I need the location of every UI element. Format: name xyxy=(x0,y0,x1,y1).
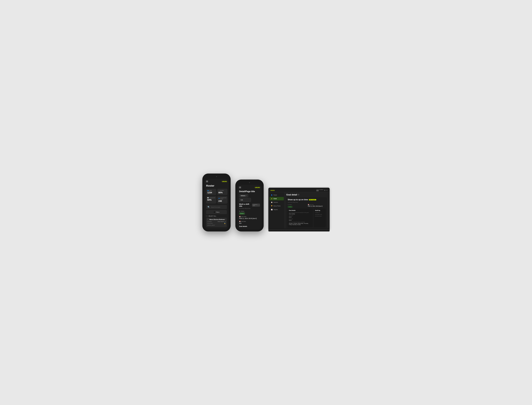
search-icon: 🔍 xyxy=(207,206,210,208)
end-date-icon: 📅 xyxy=(239,221,241,222)
grid-icon[interactable]: ⊞ xyxy=(324,189,325,191)
edit-menu-item[interactable]: Edit xyxy=(239,198,251,201)
shift-end-field: Shift end* 00:00 xyxy=(289,218,312,221)
shift-title-row: Work a shift title Collection / Type xyxy=(239,203,260,207)
status-icon: ◎ xyxy=(239,210,240,212)
shift-start-value: 00:00 xyxy=(289,216,312,218)
audit-log-title: Audit log xyxy=(315,210,325,211)
enrollment-field-label: ENROLLMENT xyxy=(207,225,215,226)
sidebar-item-reports[interactable]: 📈 Reports xyxy=(269,208,284,211)
laptop-screen-frame: ωωω Select Locations AAA ⊞ ✕ 👤 xyxy=(268,188,330,229)
engagement-icon: 📊 xyxy=(207,197,209,198)
goal-card-summary: Summary will go here. xyxy=(288,202,326,203)
stat-points: 👤 Unredeemed Points 240 xyxy=(217,196,228,203)
phone2-header: ωωω xyxy=(239,186,260,189)
goal-details-label: Goal details xyxy=(239,226,260,227)
roster-title: Roster xyxy=(206,184,227,187)
location-info: Select Locations AAA xyxy=(316,189,323,191)
info-icon: ⓘ xyxy=(298,194,299,196)
select-all-label: SELECT ALL xyxy=(208,216,216,217)
status-label: ◎ Status xyxy=(239,210,260,212)
search-placeholder: Search by name xyxy=(211,206,220,208)
audit-archived-field: Archived (only if xyxy=(315,216,325,217)
goal-card: Show up to up on time WAS template Summa… xyxy=(286,197,327,228)
enrolled-icon: ✓ xyxy=(218,190,219,191)
goal-start-date-label: 📅 Start date xyxy=(308,204,326,205)
app-logo: ωωω xyxy=(270,189,275,191)
audit-created-field: Created on xyxy=(315,212,325,213)
invoices-icon: 📋 xyxy=(271,202,273,203)
goal-card-header: Show up to up on time WAS template xyxy=(288,199,326,201)
phone2-inner: ωωω Detail/Page title Actions ▾ Edit Wor… xyxy=(237,185,262,230)
goal-details-left-panel: Goal details How many times can an emplo… xyxy=(288,209,313,227)
audit-edited-field: Last edited (only xyxy=(315,214,325,215)
select-all-checkbox[interactable] xyxy=(206,215,207,217)
roster-position-row: POSITION 🥇 xyxy=(207,223,226,224)
stat-points-label: 👤 Unredeemed Points xyxy=(218,197,226,200)
was-template-badge: WAS template xyxy=(309,199,316,200)
close-button[interactable]: ✕ xyxy=(326,189,327,191)
phone2-notch xyxy=(245,182,254,184)
status-badge: Active xyxy=(239,213,245,215)
roster-item-chevron[interactable]: › xyxy=(225,219,226,220)
shift-start-field: Shift start* 00:00 xyxy=(289,215,312,218)
actions-button[interactable]: Actions ▾ xyxy=(239,194,248,197)
search-bar[interactable]: 🔍 Search by name xyxy=(206,205,227,209)
stores-field-label: STORES xyxy=(207,221,212,222)
frequency-field: How many times can an employee hit this … xyxy=(289,212,312,215)
days-value: Monday, Tuesday, Wednesday, Thursday, Fr… xyxy=(289,223,312,225)
filters-button[interactable]: ⚙ Filters xyxy=(206,210,227,214)
sidebar-bonus-label: Bonus Points xyxy=(274,205,281,207)
stat-seats-value: 1234 xyxy=(207,191,215,194)
collection-badge: Collection / Type xyxy=(252,204,260,207)
actions-label: Actions xyxy=(241,195,245,196)
status-circle-icon: ◎ xyxy=(288,204,289,205)
phone2-screen: ωωω Detail/Page title Actions ▾ Edit Wor… xyxy=(237,185,262,230)
stat-seats: 👥 Seats 1234 xyxy=(206,189,216,195)
stat-engagement-value: 60% xyxy=(207,199,215,201)
stat-seats-label: 👥 Seats xyxy=(207,190,215,191)
goal-start-date-value: FEB 12, 2024, 00:00 [time?] xyxy=(308,206,326,207)
chevron-down-icon: ▾ xyxy=(246,195,247,196)
menu-icon[interactable] xyxy=(206,181,208,182)
stores-plus: +3 xyxy=(225,221,226,222)
goal-start-date-meta: 📅 Start date FEB 12, 2024, 00:00 [time?] xyxy=(308,204,326,208)
location-label: Select Locations xyxy=(316,189,323,190)
phone-screen: ωωω Roster 👥 Seats 1234 ✓ xyxy=(204,179,229,230)
laptop-screen: ωωω Select Locations AAA ⊞ ✕ 👤 xyxy=(269,188,329,228)
select-all-row: SELECT ALL xyxy=(206,215,227,217)
seats-icon: 👥 xyxy=(207,190,209,191)
roster-stores-row: STORES <Store Name> +3 xyxy=(207,221,226,222)
goal-status-meta: ◎ Status Active xyxy=(288,204,305,208)
roster-item-name: Maren Ekstrom Bothman xyxy=(209,219,225,220)
roster-item-checkbox[interactable] xyxy=(207,219,209,220)
location-value: AAA xyxy=(316,190,323,191)
stat-engagement-label: 📊 Engagement xyxy=(207,197,215,198)
phone-roster: ωωω Roster 👥 Seats 1234 ✓ xyxy=(202,174,231,231)
shift-end-label: Shift end* xyxy=(289,218,312,219)
sidebar-roster-label: Roster xyxy=(274,194,277,196)
stat-enrolled: ✓ Enrolled 80% xyxy=(217,189,228,195)
goal-details-panel-title: Goal details xyxy=(289,210,312,211)
frequency-label: How many times can an employee hit this … xyxy=(289,212,312,213)
sidebar-goals-label: Goals xyxy=(274,198,277,199)
phone-notch xyxy=(212,176,221,178)
goals-icon: ⚡ xyxy=(271,198,273,199)
goal-meta-row: ◎ Status Active 📅 Start date xyxy=(288,204,326,208)
phone2-menu-icon[interactable] xyxy=(239,187,241,188)
start-date-label: 📅 Start date xyxy=(239,216,260,217)
sidebar-item-bonus-points[interactable]: 🏆 Bonus Points xyxy=(269,204,284,208)
app-main: Goal detail ⓘ Show up to up on time WAS … xyxy=(284,192,329,228)
summary-text: Summary will go here. xyxy=(239,208,260,209)
goal-status-label: ◎ Status xyxy=(288,204,305,205)
scene: ωωω Roster 👥 Seats 1234 ✓ xyxy=(202,174,330,231)
sidebar-item-roster[interactable]: 👤 Roster xyxy=(269,193,284,197)
laptop-foot xyxy=(268,231,330,231)
logo: ωωω xyxy=(222,180,227,182)
phone-detail: ωωω Detail/Page title Actions ▾ Edit Wor… xyxy=(235,180,264,231)
goal-detail-title: Goal detail ⓘ xyxy=(286,194,327,196)
goal-status-badge: Active xyxy=(288,206,292,208)
sidebar-item-invoices[interactable]: 📋 Invoices xyxy=(269,201,284,204)
detail-page-title: Detail/Page title xyxy=(239,190,260,193)
sidebar-item-goals[interactable]: ⚡ Goals xyxy=(269,197,284,200)
